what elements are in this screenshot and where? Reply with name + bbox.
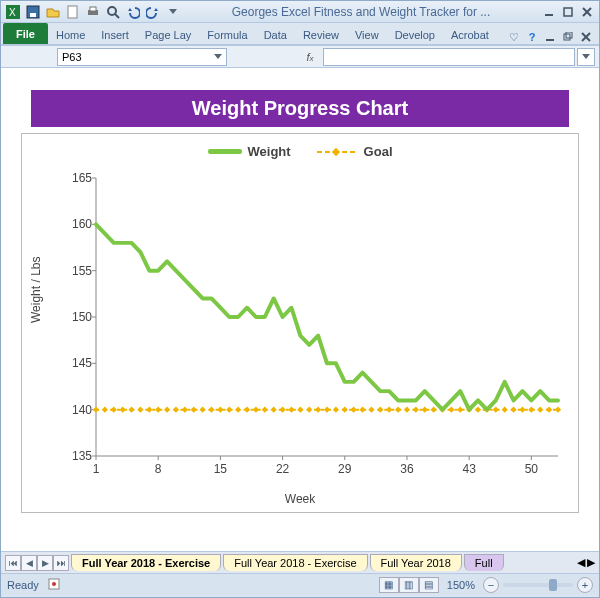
formula-bar-expand-icon[interactable] [577, 48, 595, 66]
formula-input[interactable] [323, 48, 575, 66]
svg-rect-14 [564, 34, 570, 40]
open-icon[interactable] [45, 4, 61, 20]
svg-rect-76 [448, 407, 454, 413]
sheet-tab-0[interactable]: Full Year 2018 - Exercise [71, 554, 221, 571]
legend-weight-label: Weight [248, 144, 291, 159]
zoom-controls: − + [483, 577, 593, 593]
svg-rect-41 [137, 407, 143, 413]
undo-icon[interactable] [125, 4, 141, 20]
macro-record-icon[interactable] [47, 577, 61, 593]
tab-view[interactable]: View [347, 25, 387, 44]
workbook-minimize-icon[interactable] [543, 30, 557, 44]
tab-insert[interactable]: Insert [93, 25, 137, 44]
minimize-icon[interactable] [541, 4, 557, 20]
svg-rect-54 [253, 407, 259, 413]
legend-goal-label: Goal [364, 144, 393, 159]
svg-rect-86 [537, 407, 543, 413]
sheet-nav-last-icon[interactable]: ⏭ [53, 555, 69, 571]
workbook-close-icon[interactable] [579, 30, 593, 44]
tab-page-layout[interactable]: Page Lay [137, 25, 199, 44]
fx-icon[interactable]: fx [299, 51, 321, 63]
save-icon[interactable] [25, 4, 41, 20]
y-tick-label: 145 [66, 356, 92, 370]
quick-access-toolbar: X [5, 4, 181, 20]
svg-rect-61 [315, 407, 321, 413]
sheet-tab-1[interactable]: Full Year 2018 - Exercise [223, 554, 367, 571]
svg-rect-81 [493, 407, 499, 413]
sheet-nav-buttons: ⏮ ◀ ▶ ⏭ [5, 555, 69, 571]
svg-rect-42 [146, 407, 152, 413]
tab-file[interactable]: File [3, 23, 48, 44]
help-icon[interactable]: ? [525, 30, 539, 44]
svg-point-7 [108, 7, 116, 15]
zoom-slider[interactable] [503, 583, 573, 587]
zoom-percent[interactable]: 150% [447, 579, 475, 591]
svg-point-90 [52, 582, 56, 586]
svg-rect-74 [430, 407, 436, 413]
preview-icon[interactable] [105, 4, 121, 20]
svg-rect-50 [217, 407, 223, 413]
sheet-nav-first-icon[interactable]: ⏮ [5, 555, 21, 571]
svg-rect-77 [457, 407, 463, 413]
tab-home[interactable]: Home [48, 25, 93, 44]
view-normal-icon[interactable]: ▦ [379, 577, 399, 593]
x-tick-label: 1 [93, 462, 100, 476]
svg-rect-67 [368, 407, 374, 413]
ribbon-minimize-icon[interactable]: ♡ [507, 30, 521, 44]
title-bar: X Georges Excel Fitness and Weight Track… [1, 1, 599, 23]
svg-rect-88 [555, 407, 561, 413]
svg-rect-83 [510, 407, 516, 413]
chart-svg [96, 178, 558, 456]
tab-acrobat[interactable]: Acrobat [443, 25, 497, 44]
x-tick-label: 50 [525, 462, 538, 476]
tab-formulas[interactable]: Formula [199, 25, 255, 44]
svg-rect-73 [422, 407, 428, 413]
svg-rect-49 [208, 407, 214, 413]
legend-goal: Goal [317, 144, 393, 159]
svg-line-8 [115, 14, 119, 18]
hscroll-right-icon[interactable]: ▶ [587, 556, 595, 569]
y-tick-label: 150 [66, 310, 92, 324]
sheet-nav-next-icon[interactable]: ▶ [37, 555, 53, 571]
zoom-in-icon[interactable]: + [577, 577, 593, 593]
tab-developer[interactable]: Develop [387, 25, 443, 44]
y-tick-label: 160 [66, 217, 92, 231]
qat-dropdown-icon[interactable] [165, 4, 181, 20]
svg-rect-59 [297, 407, 303, 413]
view-page-layout-icon[interactable]: ▥ [399, 577, 419, 593]
svg-rect-3 [30, 13, 36, 17]
sheet-nav-prev-icon[interactable]: ◀ [21, 555, 37, 571]
tab-data[interactable]: Data [256, 25, 295, 44]
svg-rect-63 [333, 407, 339, 413]
x-tick-label: 36 [400, 462, 413, 476]
x-tick-label: 43 [462, 462, 475, 476]
svg-rect-82 [502, 407, 508, 413]
svg-text:X: X [9, 7, 16, 18]
hscroll-left-icon[interactable]: ◀ [577, 556, 585, 569]
sheet-tab-bar: ⏮ ◀ ▶ ⏭ Full Year 2018 - Exercise Full Y… [1, 551, 599, 573]
name-box[interactable]: P63 [57, 48, 227, 66]
y-tick-label: 165 [66, 171, 92, 185]
chart-container[interactable]: Weight Goal Weight / Lbs Week 1651601551… [21, 133, 579, 513]
sheet-tab-3[interactable]: Full [464, 554, 504, 571]
svg-rect-60 [306, 407, 312, 413]
svg-rect-37 [102, 407, 108, 413]
print-icon[interactable] [85, 4, 101, 20]
svg-rect-48 [199, 407, 205, 413]
maximize-icon[interactable] [560, 4, 576, 20]
svg-rect-66 [359, 407, 365, 413]
x-axis-label: Week [22, 492, 578, 506]
redo-icon[interactable] [145, 4, 161, 20]
tab-review[interactable]: Review [295, 25, 347, 44]
view-page-break-icon[interactable]: ▤ [419, 577, 439, 593]
zoom-out-icon[interactable]: − [483, 577, 499, 593]
legend-weight-swatch [208, 149, 242, 154]
new-icon[interactable] [65, 4, 81, 20]
ribbon-tabs: File Home Insert Page Lay Formula Data R… [1, 23, 599, 46]
svg-rect-39 [120, 407, 126, 413]
name-box-dropdown-icon[interactable] [214, 54, 222, 59]
sheet-tab-2[interactable]: Full Year 2018 [370, 554, 462, 571]
workbook-restore-icon[interactable] [561, 30, 575, 44]
svg-rect-36 [93, 407, 99, 413]
close-icon[interactable] [579, 4, 595, 20]
